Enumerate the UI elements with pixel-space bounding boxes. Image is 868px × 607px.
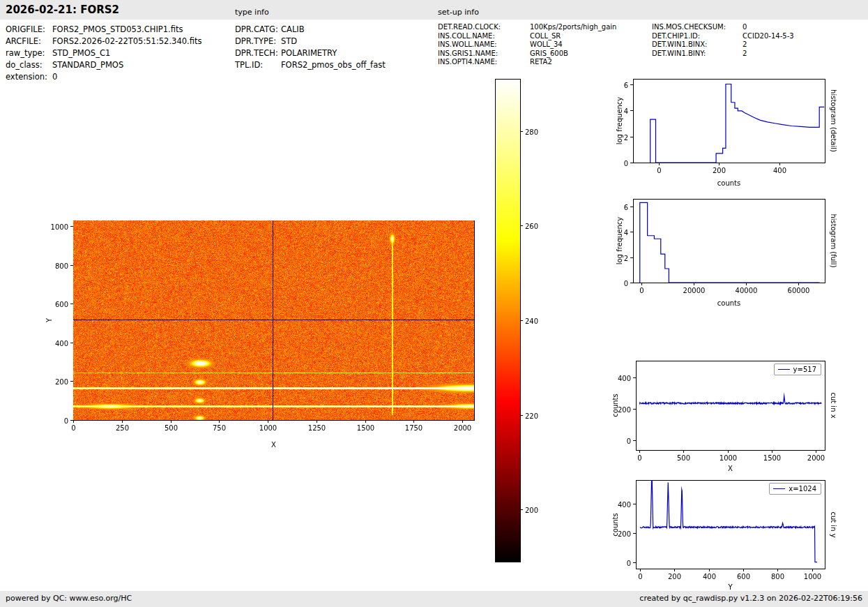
tick-label: 400 <box>703 573 716 580</box>
tick-label: 800 <box>771 573 784 580</box>
tick-label: 1500 <box>763 454 781 462</box>
tick-label: 0 <box>624 159 628 167</box>
x-axis-label: X <box>271 441 276 449</box>
tick-label: 0 <box>624 279 628 287</box>
y-axis-label: counts <box>611 394 619 417</box>
right-axis-label: histogram (full) <box>830 213 837 267</box>
tick-label: 0 <box>71 424 75 432</box>
legend: y=517 <box>774 364 821 375</box>
y-axis-label: counts <box>611 513 619 536</box>
tick-label: 0 <box>64 417 68 424</box>
tick-label: 800 <box>55 262 68 269</box>
tick-label: 220 <box>525 412 538 419</box>
legend-line-sample <box>773 488 785 489</box>
tick-label: 750 <box>213 424 226 432</box>
tick-label: 2000 <box>807 454 825 462</box>
x-axis-label: X <box>728 465 733 472</box>
tick-label: 20000 <box>683 287 706 294</box>
tick-label: 0 <box>627 437 631 444</box>
tick-label: 200 <box>618 405 631 413</box>
y-axis-label: log frequency <box>616 97 623 145</box>
tick-label: 400 <box>55 339 68 347</box>
tick-label: 1000 <box>804 573 821 580</box>
tick-label: 0 <box>637 454 641 462</box>
tick-label: 2 <box>624 133 628 141</box>
tick-label: 6 <box>624 203 628 211</box>
tick-label: 0 <box>627 559 631 567</box>
tick-label: 200 <box>618 530 631 537</box>
x-axis-label: counts <box>717 179 740 187</box>
tick-label: 1750 <box>405 424 422 432</box>
tick-label: 4 <box>624 228 628 236</box>
tick-label: 250 <box>116 424 129 432</box>
tick-label: 260 <box>525 222 538 230</box>
tick-label: 200 <box>668 573 681 580</box>
legend-line-sample <box>778 369 790 370</box>
tick-label: 400 <box>773 167 786 174</box>
right-axis-label: cut in x <box>830 392 837 418</box>
tick-label: 400 <box>618 500 631 508</box>
x-axis-label: counts <box>717 299 740 307</box>
x-axis-label: Y <box>728 583 732 591</box>
tick-label: 200 <box>525 506 538 514</box>
tick-label: 1000 <box>259 424 277 432</box>
legend: x=1024 <box>769 483 821 495</box>
tick-label: 1000 <box>51 223 68 230</box>
tick-label: 400 <box>618 374 631 382</box>
qc-report-page: 2026-02-21: FORS2 type info set-up info … <box>0 0 868 607</box>
tick-label: 500 <box>165 424 178 432</box>
tick-label: 1000 <box>719 454 737 462</box>
tick-label: 0 <box>639 287 644 294</box>
tick-label: 500 <box>677 454 690 462</box>
legend-label: x=1024 <box>789 485 816 493</box>
tick-label: 200 <box>55 377 68 385</box>
legend-label: y=517 <box>793 366 816 373</box>
tick-label: 40000 <box>736 287 758 294</box>
tick-label: 280 <box>525 128 538 135</box>
tick-label: 0 <box>657 167 661 174</box>
raw-image-canvas <box>73 220 474 420</box>
tick-label: 60000 <box>788 287 810 294</box>
tick-label: 600 <box>737 573 750 580</box>
tick-label: 0 <box>638 573 642 580</box>
tick-label: 2000 <box>454 424 471 432</box>
right-axis-label: histogram (detail) <box>830 89 837 152</box>
tick-label: 600 <box>55 300 68 308</box>
tick-label: 240 <box>525 317 538 324</box>
right-axis-label: cut in y <box>830 511 837 537</box>
tick-label: 1500 <box>357 424 374 432</box>
tick-label: 1250 <box>308 424 326 432</box>
tick-label: 4 <box>624 107 628 114</box>
y-axis-label: Y <box>45 318 53 322</box>
y-axis-label: log frequency <box>616 217 623 265</box>
tick-label: 200 <box>713 167 726 174</box>
tick-label: 6 <box>624 81 628 89</box>
tick-label: 2 <box>624 254 628 262</box>
